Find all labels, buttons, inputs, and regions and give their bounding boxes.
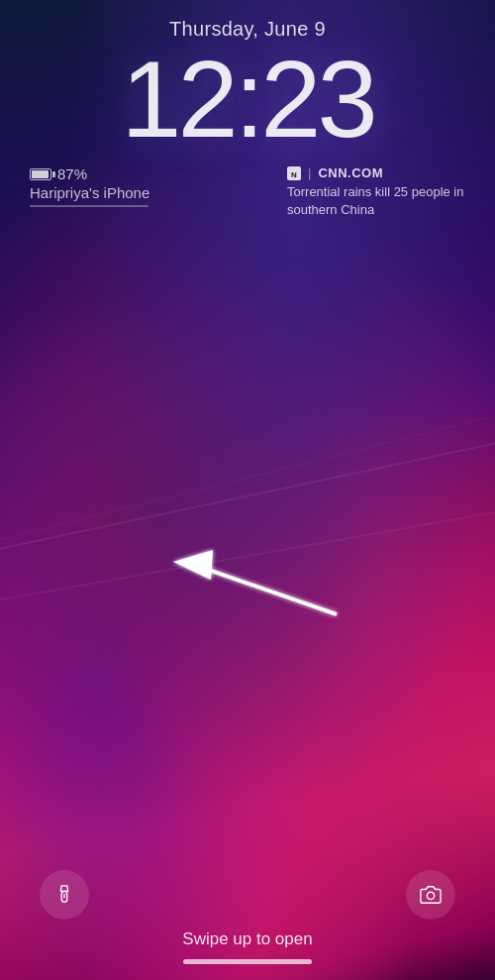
device-info: 87% Haripriya's iPhone — [30, 165, 149, 207]
news-source-label: CNN.COM — [318, 165, 383, 180]
flashlight-button[interactable] — [40, 870, 89, 920]
time-display: 12:23 — [121, 45, 373, 154]
flashlight-icon — [53, 884, 75, 906]
arrow-indicator — [153, 540, 351, 639]
svg-line-0 — [203, 568, 337, 614]
streak-3 — [0, 383, 495, 540]
svg-point-6 — [427, 892, 434, 899]
device-name: Haripriya's iPhone — [30, 184, 149, 201]
swipe-up-label: Swipe up to open — [182, 929, 312, 949]
battery-percent: 87% — [57, 165, 87, 182]
top-section: Thursday, June 9 12:23 87% Haripriya's i… — [0, 0, 495, 219]
bottom-section: Swipe up to open — [0, 870, 495, 980]
info-row: 87% Haripriya's iPhone N | CNN.COM Torre… — [0, 154, 495, 219]
bottom-controls — [0, 870, 495, 920]
apple-news-icon: N — [287, 166, 301, 180]
camera-icon — [420, 884, 442, 906]
home-indicator[interactable] — [183, 959, 312, 964]
device-bar — [30, 205, 148, 207]
news-headline: Torrential rains kill 25 people in south… — [287, 183, 465, 219]
battery-icon — [30, 168, 51, 180]
svg-text:N: N — [291, 169, 297, 178]
news-widget: N | CNN.COM Torrential rains kill 25 peo… — [287, 165, 465, 219]
battery-row: 87% — [30, 165, 149, 182]
news-source-row: N | CNN.COM — [287, 165, 465, 180]
svg-marker-1 — [173, 550, 213, 580]
camera-button[interactable] — [406, 870, 455, 920]
battery-fill — [32, 170, 49, 178]
